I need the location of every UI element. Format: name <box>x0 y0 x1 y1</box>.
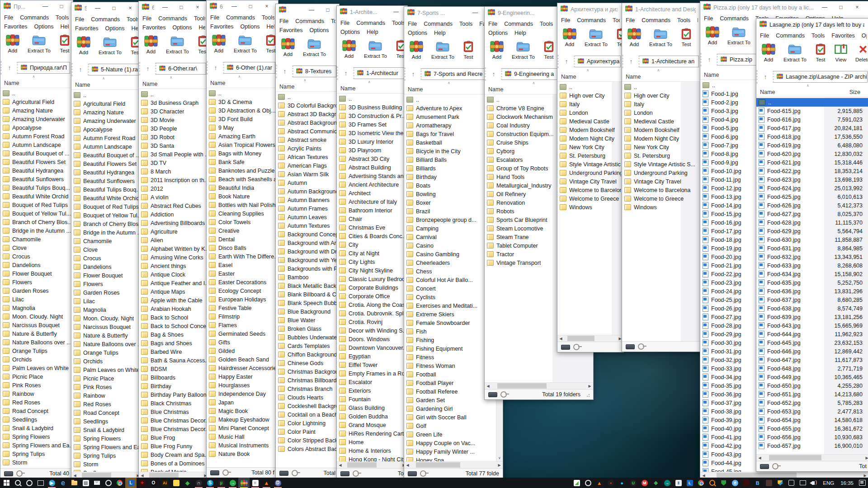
list-item[interactable]: Abstract Communica... <box>276 127 339 136</box>
name-column-header[interactable]: Name <box>210 80 225 86</box>
list-item[interactable]: Blue Frog Funny <box>139 442 209 450</box>
extract-button[interactable]: Extract To <box>724 25 754 46</box>
scroll-left-icon[interactable]: ◀ <box>337 463 344 467</box>
scroll-thumb[interactable] <box>416 462 460 468</box>
name-column-header[interactable]: Name <box>704 72 719 78</box>
list-item[interactable]: 8 March <box>139 167 209 176</box>
list-item[interactable]: Empty Frames in a Ro... <box>337 369 407 378</box>
list-item[interactable]: Beautiful Hydrangea <box>0 166 73 175</box>
list-item[interactable]: Spring Tulips <box>0 450 73 458</box>
list-item[interactable]: Food-636.jpg13,831,296 <box>756 287 868 296</box>
menu-item-file[interactable]: File <box>704 15 713 22</box>
menu-item-commands[interactable]: Commands <box>776 33 805 39</box>
list-item[interactable]: Style Vintage Artistic S... <box>622 160 702 169</box>
bluetooth-icon[interactable]: B <box>752 478 763 488</box>
list-item[interactable]: Hairdresser Accessories <box>207 364 278 372</box>
list-item[interactable]: Autumn Frames <box>276 204 339 213</box>
list-item[interactable]: Medieval Castle <box>622 117 702 126</box>
chrome-icon[interactable] <box>114 478 125 488</box>
list-item[interactable]: Food-628.jpg11,115,370 <box>756 218 868 227</box>
list-item[interactable]: Gifts <box>207 338 278 347</box>
list-item[interactable]: New York City <box>622 143 702 151</box>
menu-item-favorites[interactable]: Favorites <box>279 27 302 33</box>
list-item[interactable]: Christmas Eve <box>337 223 407 232</box>
parent-dir-item[interactable]: .. <box>756 98 868 107</box>
list-item[interactable]: Moon. Cloudy. Night <box>71 314 142 323</box>
list-item[interactable]: Snail & Ladybird <box>0 424 73 432</box>
menu-item-tools[interactable]: Tools <box>331 18 335 24</box>
add-button[interactable]: Add <box>758 42 779 63</box>
maximize-button[interactable]: □ <box>106 2 122 14</box>
list-item[interactable]: Gardening Girl <box>404 404 503 413</box>
menu-item-file[interactable]: File <box>75 16 84 23</box>
list-item[interactable]: Road Concept <box>71 408 142 417</box>
list-item[interactable]: Food-627.jpg8,025,370 <box>756 210 868 218</box>
list-item[interactable]: Asian Tropical Flowers <box>207 141 278 149</box>
menu-item-favorites[interactable]: Favorites <box>697 17 698 23</box>
list-item[interactable]: Back to School <box>139 313 209 322</box>
extract-button[interactable]: Extract To <box>299 37 330 57</box>
name-column-header[interactable]: Name <box>142 81 157 87</box>
list-item[interactable]: Background with Yell... <box>276 256 339 264</box>
scroll-right-icon[interactable]: ▶ <box>496 463 503 467</box>
winrar-icon[interactable] <box>238 478 250 488</box>
list-item[interactable]: Nature & Butterfly <box>71 331 142 340</box>
list-item[interactable]: Exteriors <box>337 386 407 395</box>
list-item[interactable]: Color Stripped Backg... <box>276 436 339 445</box>
list-item[interactable]: Bag & Shoes <box>139 330 209 339</box>
list-item[interactable]: Broken Glass <box>276 324 339 333</box>
extract-button[interactable]: Extract To <box>230 33 260 54</box>
list-item[interactable]: Golden Beach Sand <box>207 355 278 364</box>
list-item[interactable]: Nature Book <box>207 450 278 458</box>
skype-icon[interactable]: S <box>204 478 216 488</box>
parent-dir-item[interactable]: .. <box>207 89 278 98</box>
list-item[interactable]: 3D Santa <box>139 141 209 150</box>
up-one-level-button[interactable]: ↑ <box>280 68 290 75</box>
scroll-left-icon[interactable]: ◀ <box>557 337 564 341</box>
list-item[interactable]: Food-622.jpg18,353,214 <box>756 167 868 175</box>
list-item[interactable]: Food-639.jpg13,181,256 <box>756 313 868 321</box>
list-item[interactable]: 3D TV <box>139 159 209 167</box>
usb-icon[interactable]: ▮ <box>673 478 684 488</box>
list-item[interactable]: Music Hall <box>207 432 278 441</box>
list-item[interactable]: Red Roses <box>71 400 142 408</box>
menu-item-help[interactable]: Help <box>132 25 138 32</box>
address-box[interactable]: 8-Textures <box>292 66 336 77</box>
list-item[interactable]: Beautiful Sunflowers <box>0 175 73 183</box>
list-item[interactable]: Welcome to Barcelona <box>622 186 702 194</box>
list-item[interactable]: Home <box>337 438 407 446</box>
list-item[interactable]: Underground Parking <box>557 169 623 177</box>
horizontal-scrollbar[interactable]: ◀▶ <box>404 461 503 468</box>
list-item[interactable]: Chinese Gods <box>276 359 339 367</box>
list-item[interactable]: Clouds Hearts <box>276 393 339 402</box>
list-item[interactable]: Escalator <box>337 378 407 386</box>
l1-tray-icon[interactable]: L <box>684 478 695 488</box>
menu-item-help[interactable]: Help <box>514 30 526 36</box>
list-item[interactable]: Modern Night City <box>622 134 702 143</box>
list-item[interactable]: Flames <box>207 321 278 329</box>
scroll-left-icon[interactable]: ◀ <box>700 474 707 478</box>
add-button[interactable]: Add <box>141 34 161 55</box>
list-item[interactable]: Happy Easter <box>207 372 278 381</box>
list-item[interactable]: Alphabet Written by K... <box>139 244 209 253</box>
list-item[interactable]: Autumn Textures <box>276 221 339 230</box>
list-item[interactable]: Blank Billboard & Ca... <box>276 290 339 299</box>
list-item[interactable]: Welcome to Greece <box>622 194 702 203</box>
list-item[interactable]: Red Roses <box>0 398 73 407</box>
list-item[interactable]: Blue Frog <box>139 433 209 442</box>
list-item[interactable]: Food-629.jpg5,564,794 <box>756 227 868 235</box>
search-icon[interactable] <box>12 478 24 488</box>
list-item[interactable]: Black Christmas <box>139 399 209 408</box>
drive-icon[interactable] <box>210 470 219 475</box>
list-item[interactable]: Beautiful Sunflowers <box>71 177 142 185</box>
address-box[interactable]: 1-Architectur <box>353 67 405 79</box>
menu-item-help[interactable]: Help <box>199 24 206 31</box>
add-button[interactable]: Add <box>2 33 23 54</box>
name-column-header[interactable]: Name <box>626 74 641 80</box>
list-item[interactable]: Pink Roses <box>0 381 73 389</box>
browser-cloud-icon[interactable]: e <box>729 478 741 488</box>
list-item[interactable]: Magnolia <box>71 305 142 314</box>
illustrator-icon[interactable]: Ai <box>159 478 170 488</box>
list-item[interactable]: Green Life <box>404 430 503 439</box>
test-button[interactable]: Test <box>811 42 830 63</box>
